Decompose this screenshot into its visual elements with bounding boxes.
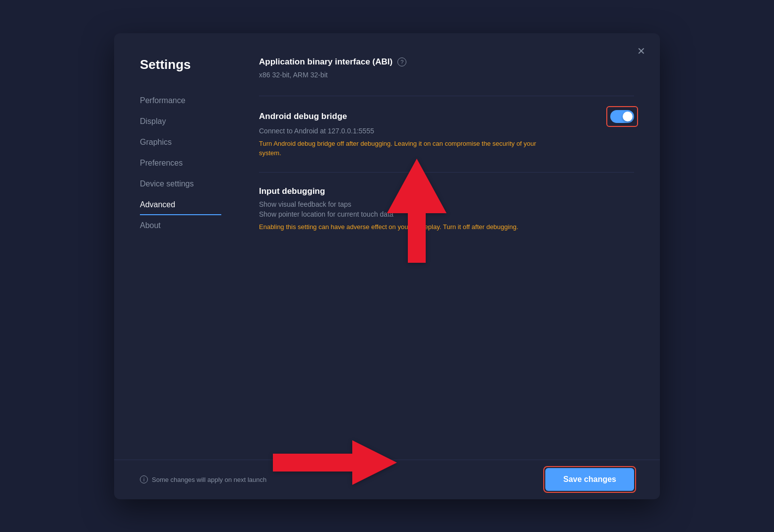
sections-container: Application binary interface (ABI)?x86 3… [259,57,634,246]
section-adb: Android debug bridgeConnect to Android a… [259,110,634,173]
section-title-adb: Android debug bridge [259,112,347,121]
window-content: Settings PerformanceDisplayGraphicsPrefe… [114,33,660,460]
toggle-knob-adb [623,112,633,121]
section-subitem-input-debugging-1: Show pointer location for current touch … [259,210,634,218]
help-icon-abi[interactable]: ? [397,58,406,66]
close-button[interactable]: ✕ [634,44,648,58]
info-icon: i [140,475,148,483]
sidebar-item-advanced[interactable]: Advanced [114,194,233,215]
section-header-abi: Application binary interface (ABI)? [259,57,634,67]
section-value-abi: x86 32-bit, ARM 32-bit [259,71,634,79]
save-changes-button[interactable]: Save changes [545,468,634,491]
sidebar-item-graphics[interactable]: Graphics [114,132,233,153]
sidebar-item-device-settings[interactable]: Device settings [114,174,233,194]
toggle-adb[interactable] [610,110,634,123]
sidebar-item-preferences[interactable]: Preferences [114,153,233,174]
footer: i Some changes will apply on next launch… [114,460,660,499]
section-warning-input-debugging: Enabling this setting can have adverse e… [259,222,557,232]
sidebar: Settings PerformanceDisplayGraphicsPrefe… [114,33,233,460]
footer-note: i Some changes will apply on next launch [140,475,266,483]
main-content: Application binary interface (ABI)?x86 3… [233,33,660,460]
section-input-debugging: Input debuggingShow visual feedback for … [259,186,634,246]
section-header-adb: Android debug bridge [259,110,634,123]
section-abi: Application binary interface (ABI)?x86 3… [259,57,634,96]
section-value-adb: Connect to Android at 127.0.0.1:5555 [259,127,634,135]
section-title-input-debugging: Input debugging [259,186,325,196]
section-subitem-input-debugging-0: Show visual feedback for taps [259,200,634,208]
section-title-abi: Application binary interface (ABI) [259,57,392,67]
sidebar-item-performance[interactable]: Performance [114,90,233,111]
section-warning-adb: Turn Android debug bridge off after debu… [259,139,557,158]
settings-window: ✕ Settings PerformanceDisplayGraphicsPre… [114,33,660,499]
sidebar-item-display[interactable]: Display [114,111,233,132]
sidebar-nav: PerformanceDisplayGraphicsPreferencesDev… [114,90,233,236]
sidebar-title: Settings [114,57,233,90]
sidebar-item-about[interactable]: About [114,215,233,236]
section-header-input-debugging: Input debugging [259,186,634,196]
toggle-container-adb [610,110,634,123]
